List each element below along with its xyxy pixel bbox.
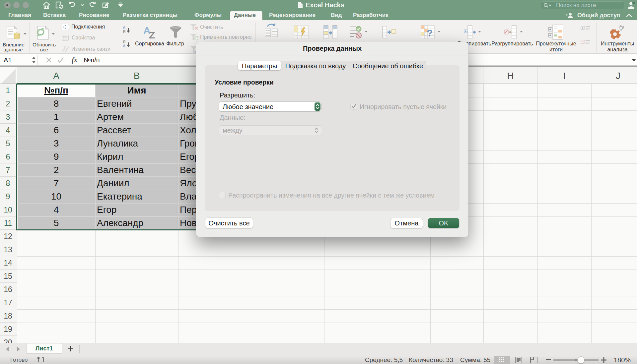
svg-text:?: ? [427, 28, 433, 38]
svg-text:Я: Я [123, 30, 125, 33]
svg-text:Z: Z [149, 30, 155, 39]
svg-text:А: А [123, 44, 125, 48]
svg-text:А: А [123, 26, 125, 30]
svg-text:Я: Я [123, 40, 125, 44]
